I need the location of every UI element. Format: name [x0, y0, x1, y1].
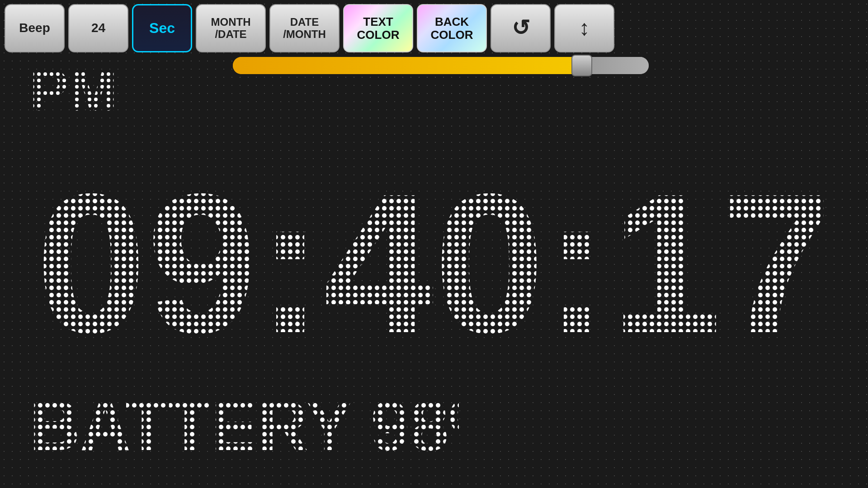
sec-button[interactable]: Sec	[132, 4, 192, 52]
slider-fill	[233, 57, 582, 74]
clock-display-wrapper: 09:40:17	[0, 111, 868, 352]
slider-thumb[interactable]	[571, 55, 592, 76]
twentyfour-button[interactable]: 24	[68, 4, 128, 52]
brightness-slider[interactable]	[233, 57, 649, 74]
undo-button[interactable]: ↺	[491, 4, 551, 52]
svg-rect-6	[29, 380, 459, 461]
clock-svg: 09:40:17	[5, 111, 863, 350]
battery-svg: BATTERY 98%	[29, 380, 459, 461]
slider-gray	[582, 57, 649, 74]
month-date-button[interactable]: MONTH/DATE	[196, 4, 266, 52]
battery-wrapper: BATTERY 98%	[29, 380, 459, 463]
back-color-button[interactable]: BACKCOLOR	[417, 4, 487, 52]
date-month-button[interactable]: DATE/MONTH	[269, 4, 340, 52]
beep-button[interactable]: Beep	[5, 4, 65, 52]
flip-button[interactable]: ↕	[554, 4, 614, 52]
toolbar: Beep 24 Sec MONTH/DATE DATE/MONTH TEXTCO…	[0, 0, 868, 56]
text-color-button[interactable]: TEXTCOLOR	[343, 4, 413, 52]
svg-rect-4	[5, 111, 863, 350]
